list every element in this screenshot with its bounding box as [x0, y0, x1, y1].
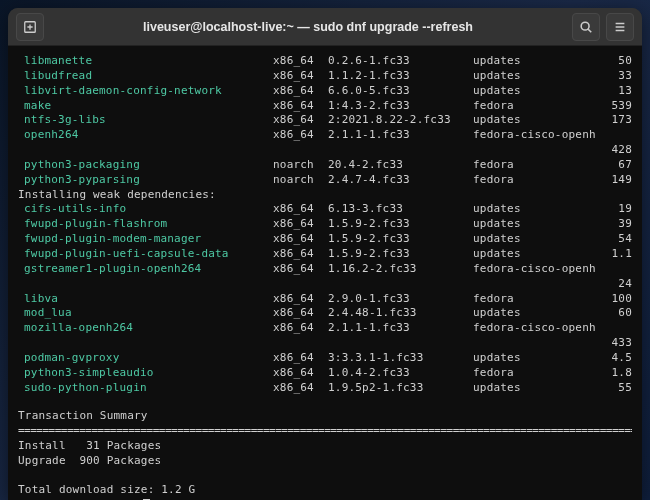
window-title: liveuser@localhost-live:~ — sudo dnf upg…	[44, 20, 572, 34]
package-version: 1:4.3-2.fc33	[328, 99, 473, 114]
package-version: 6.6.0-5.fc33	[328, 84, 473, 99]
menu-button[interactable]	[606, 13, 634, 41]
package-name: podman-gvproxy	[18, 351, 273, 366]
package-version: 6.13-3.fc33	[328, 202, 473, 217]
package-version: 2.4.7-4.fc33	[328, 173, 473, 188]
search-icon	[579, 20, 593, 34]
package-name: make	[18, 99, 273, 114]
package-size	[597, 321, 632, 336]
package-repo: fedora	[473, 99, 597, 114]
package-size: 149	[597, 173, 632, 188]
install-count: Install 31 Packages	[18, 439, 632, 454]
hamburger-icon	[613, 20, 627, 34]
package-name: libvirt-daemon-config-network	[18, 84, 273, 99]
package-row: mod_luax86_642.4.48-1.fc33updates60	[18, 306, 632, 321]
package-row: python3-packagingnoarch20.4-2.fc33fedora…	[18, 158, 632, 173]
package-repo: fedora	[473, 158, 597, 173]
package-row: cifs-utils-infox86_646.13-3.fc33updates1…	[18, 202, 632, 217]
terminal-output[interactable]: libmanettex86_640.2.6-1.fc33updates50lib…	[8, 46, 642, 500]
svg-line-4	[588, 29, 591, 32]
package-size: 60	[597, 306, 632, 321]
package-row: openh264x86_642.1.1-1.fc33fedora-cisco-o…	[18, 128, 632, 143]
plus-box-icon	[23, 20, 37, 34]
package-size: 4.5	[597, 351, 632, 366]
package-version: 1.16.2-2.fc33	[328, 262, 473, 277]
overflow-size: 428	[18, 143, 632, 158]
search-button[interactable]	[572, 13, 600, 41]
transaction-summary-header: Transaction Summary	[18, 409, 632, 424]
package-version: 0.2.6-1.fc33	[328, 54, 473, 69]
package-size: 54	[597, 232, 632, 247]
package-repo: updates	[473, 217, 597, 232]
package-row: python3-simpleaudiox86_641.0.4-2.fc33fed…	[18, 366, 632, 381]
package-version: 2.1.1-1.fc33	[328, 321, 473, 336]
package-size: 19	[597, 202, 632, 217]
package-size: 33	[597, 69, 632, 84]
package-version: 1.0.4-2.fc33	[328, 366, 473, 381]
terminal-window: liveuser@localhost-live:~ — sudo dnf upg…	[8, 8, 642, 500]
package-size: 13	[597, 84, 632, 99]
package-name: python3-packaging	[18, 158, 273, 173]
package-size: 100	[597, 292, 632, 307]
package-repo: updates	[473, 202, 597, 217]
package-row: fwupd-plugin-uefi-capsule-datax86_641.5.…	[18, 247, 632, 262]
package-row: podman-gvproxyx86_643:3.3.1-1.fc33update…	[18, 351, 632, 366]
package-version: 3:3.3.1-1.fc33	[328, 351, 473, 366]
package-arch: x86_64	[273, 202, 328, 217]
package-repo: updates	[473, 232, 597, 247]
package-arch: x86_64	[273, 84, 328, 99]
titlebar: liveuser@localhost-live:~ — sudo dnf upg…	[8, 8, 642, 46]
package-arch: x86_64	[273, 247, 328, 262]
package-arch: x86_64	[273, 232, 328, 247]
package-repo: fedora	[473, 173, 597, 188]
package-repo: updates	[473, 113, 597, 128]
package-row: ntfs-3g-libsx86_642:2021.8.22-2.fc33upda…	[18, 113, 632, 128]
package-name: python3-simpleaudio	[18, 366, 273, 381]
package-size	[597, 128, 632, 143]
package-name: libva	[18, 292, 273, 307]
package-version: 20.4-2.fc33	[328, 158, 473, 173]
package-size: 67	[597, 158, 632, 173]
package-arch: x86_64	[273, 321, 328, 336]
package-version: 1.5.9-2.fc33	[328, 247, 473, 262]
package-row: gstreamer1-plugin-openh264x86_641.16.2-2…	[18, 262, 632, 277]
divider-line: ========================================…	[18, 424, 632, 439]
package-arch: x86_64	[273, 217, 328, 232]
package-repo: updates	[473, 84, 597, 99]
package-row: python3-pyparsingnoarch2.4.7-4.fc33fedor…	[18, 173, 632, 188]
package-repo: fedora-cisco-openh	[473, 321, 597, 336]
package-arch: x86_64	[273, 113, 328, 128]
package-arch: noarch	[273, 158, 328, 173]
package-size: 539	[597, 99, 632, 114]
package-row: makex86_641:4.3-2.fc33fedora539	[18, 99, 632, 114]
package-size: 39	[597, 217, 632, 232]
package-repo: fedora-cisco-openh	[473, 128, 597, 143]
package-size: 55	[597, 381, 632, 396]
package-version: 1.5.9-2.fc33	[328, 232, 473, 247]
package-arch: x86_64	[273, 351, 328, 366]
package-arch: x86_64	[273, 128, 328, 143]
package-name: mozilla-openh264	[18, 321, 273, 336]
package-row: fwupd-plugin-modem-managerx86_641.5.9-2.…	[18, 232, 632, 247]
package-name: openh264	[18, 128, 273, 143]
package-repo: fedora	[473, 292, 597, 307]
package-row: libvax86_642.9.0-1.fc33fedora100	[18, 292, 632, 307]
package-repo: updates	[473, 247, 597, 262]
package-name: python3-pyparsing	[18, 173, 273, 188]
package-name: ntfs-3g-libs	[18, 113, 273, 128]
new-tab-button[interactable]	[16, 13, 44, 41]
package-size: 1.8	[597, 366, 632, 381]
package-arch: x86_64	[273, 366, 328, 381]
package-repo: fedora	[473, 366, 597, 381]
package-version: 1.5.9-2.fc33	[328, 217, 473, 232]
package-name: fwupd-plugin-modem-manager	[18, 232, 273, 247]
package-row: libudfreadx86_641.1.2-1.fc33updates33	[18, 69, 632, 84]
package-arch: x86_64	[273, 292, 328, 307]
package-arch: x86_64	[273, 99, 328, 114]
package-arch: noarch	[273, 173, 328, 188]
package-version: 1.9.5p2-1.fc33	[328, 381, 473, 396]
package-row: libmanettex86_640.2.6-1.fc33updates50	[18, 54, 632, 69]
download-size: Total download size: 1.2 G	[18, 483, 632, 498]
package-name: fwupd-plugin-uefi-capsule-data	[18, 247, 273, 262]
overflow-size: 433	[18, 336, 632, 351]
